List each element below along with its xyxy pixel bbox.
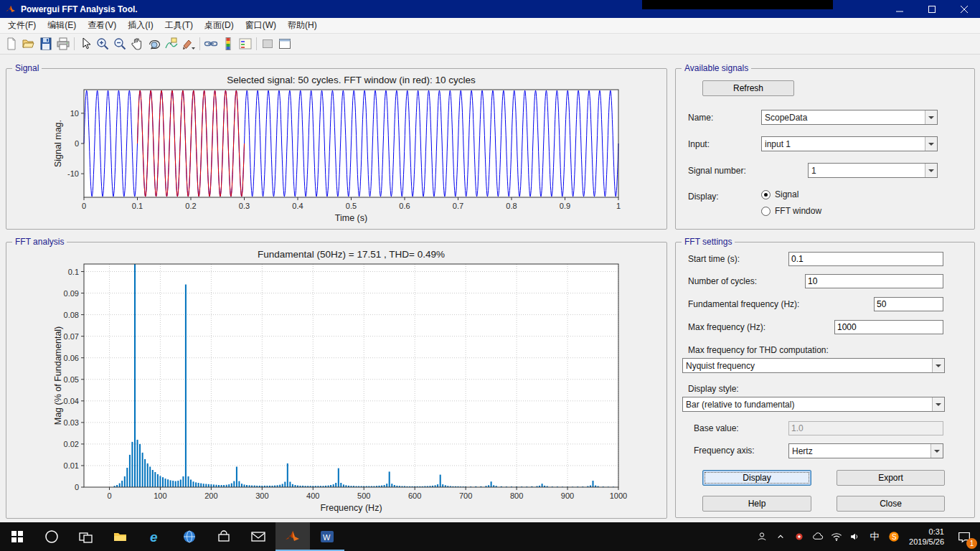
cloud-icon bbox=[811, 529, 825, 544]
svg-text:0.5: 0.5 bbox=[346, 202, 357, 210]
thd-max-frequency-label: Max frequency for THD computation: bbox=[688, 345, 829, 355]
radio-icon[interactable] bbox=[761, 190, 771, 199]
svg-text:0.01: 0.01 bbox=[64, 461, 79, 470]
input-dropdown[interactable]: input 1 bbox=[761, 136, 938, 151]
taskbar-start-button[interactable] bbox=[0, 522, 34, 551]
close-button-panel[interactable]: Close bbox=[837, 496, 945, 512]
menu-insert[interactable]: 插入(I) bbox=[122, 17, 159, 34]
browser-globe-icon bbox=[181, 528, 198, 545]
tray-sogou-button[interactable]: S bbox=[885, 522, 903, 551]
save-figure-button[interactable] bbox=[37, 35, 55, 52]
svg-text:0.2: 0.2 bbox=[185, 202, 196, 210]
taskbar-cortana-button[interactable] bbox=[34, 522, 69, 551]
open-file-button[interactable] bbox=[20, 35, 37, 52]
chevron-down-icon[interactable] bbox=[925, 137, 937, 151]
toolbar-separator bbox=[199, 37, 200, 50]
tray-network-button[interactable] bbox=[827, 522, 846, 551]
thd-max-frequency-dropdown[interactable]: Nyquist frequency bbox=[682, 358, 945, 373]
toolbar-separator bbox=[256, 37, 257, 50]
svg-text:0: 0 bbox=[75, 483, 79, 491]
frequency-axis-dropdown[interactable]: Hertz bbox=[788, 443, 943, 458]
minimize-button[interactable] bbox=[883, 0, 915, 18]
taskbar-edge-button[interactable]: e bbox=[138, 522, 172, 551]
start-time-input[interactable] bbox=[788, 252, 943, 266]
menu-view[interactable]: 查看(V) bbox=[82, 17, 122, 34]
menu-window[interactable]: 窗口(W) bbox=[240, 17, 282, 34]
data-cursor-button[interactable] bbox=[163, 35, 180, 52]
menu-edit[interactable]: 编辑(E) bbox=[42, 17, 82, 34]
pointer-button[interactable] bbox=[77, 35, 94, 52]
zoom-in-button[interactable] bbox=[94, 35, 111, 52]
tray-hidden-icons-button[interactable] bbox=[771, 522, 790, 551]
chevron-down-icon[interactable] bbox=[932, 359, 944, 372]
brush-button[interactable] bbox=[180, 35, 197, 52]
taskbar-word-button[interactable]: W bbox=[310, 522, 344, 551]
pan-icon bbox=[130, 37, 144, 51]
display-option-signal[interactable]: Signal bbox=[761, 189, 798, 199]
svg-text:0.05: 0.05 bbox=[64, 375, 79, 384]
svg-text:Mag (% of Fundamental): Mag (% of Fundamental) bbox=[53, 326, 63, 425]
ime-indicator[interactable]: 中 bbox=[864, 530, 885, 543]
svg-text:-10: -10 bbox=[67, 169, 79, 178]
taskbar-mail-button[interactable] bbox=[241, 522, 275, 551]
svg-text:500: 500 bbox=[357, 491, 370, 500]
insert-colorbar-button[interactable] bbox=[220, 35, 237, 52]
svg-text:Time (s): Time (s) bbox=[335, 213, 367, 223]
chevron-down-icon[interactable] bbox=[930, 444, 943, 458]
tray-volume-button[interactable] bbox=[846, 522, 864, 551]
display-option-fft-window[interactable]: FFT window bbox=[761, 206, 821, 216]
fundamental-frequency-input[interactable] bbox=[874, 297, 943, 311]
svg-text:Selected signal: 50 cycles. FF: Selected signal: 50 cycles. FFT window (… bbox=[227, 75, 476, 85]
taskbar-browser-globe-button[interactable] bbox=[172, 522, 207, 551]
number-of-cycles-input[interactable] bbox=[805, 274, 943, 288]
new-figure-button[interactable] bbox=[3, 35, 20, 52]
signal-number-dropdown[interactable]: 1 bbox=[808, 163, 938, 178]
export-button[interactable]: Export bbox=[837, 470, 945, 486]
display-style-dropdown[interactable]: Bar (relative to fundamental) bbox=[682, 397, 945, 412]
menu-file[interactable]: 文件(F) bbox=[2, 17, 42, 34]
menu-desktop[interactable]: 桌面(D) bbox=[199, 17, 240, 34]
maximize-button[interactable] bbox=[915, 0, 948, 18]
show-plot-tools-button[interactable] bbox=[276, 35, 293, 52]
start-time-label: Start time (s): bbox=[688, 254, 740, 264]
insert-legend-button[interactable] bbox=[237, 35, 254, 52]
chevron-down-icon[interactable] bbox=[925, 110, 937, 124]
svg-text:0: 0 bbox=[107, 491, 111, 500]
network-icon bbox=[829, 529, 844, 544]
word-icon: W bbox=[319, 528, 336, 545]
zoom-out-button[interactable] bbox=[111, 35, 128, 52]
zoom-in-icon bbox=[95, 37, 110, 51]
taskbar-matlab-button[interactable] bbox=[275, 522, 310, 551]
pan-button[interactable] bbox=[128, 35, 146, 52]
taskbar-store-button[interactable] bbox=[207, 522, 241, 551]
rotate-3d-button[interactable] bbox=[146, 35, 163, 52]
signal-chart[interactable]: 00.10.20.30.40.50.60.70.80.91-10010Selec… bbox=[6, 69, 666, 229]
tray-people-button[interactable] bbox=[753, 522, 771, 551]
display-button[interactable]: Display bbox=[702, 470, 811, 486]
print-figure-button[interactable] bbox=[55, 35, 72, 52]
svg-text:700: 700 bbox=[459, 491, 472, 500]
radio-icon[interactable] bbox=[761, 207, 771, 216]
chevron-down-icon[interactable] bbox=[925, 164, 937, 177]
taskbar-clock[interactable]: 0:31 2019/5/26 bbox=[903, 527, 950, 547]
chevron-down-icon[interactable] bbox=[932, 397, 944, 411]
tray-record-button[interactable] bbox=[790, 522, 809, 551]
svg-text:e: e bbox=[150, 529, 158, 545]
help-button[interactable]: Help bbox=[702, 496, 811, 512]
close-button[interactable] bbox=[948, 0, 980, 18]
tray-cloud-button[interactable] bbox=[809, 522, 827, 551]
svg-text:0: 0 bbox=[75, 139, 79, 148]
task-view-icon bbox=[77, 528, 95, 545]
hide-plot-tools-button[interactable] bbox=[259, 35, 276, 52]
max-frequency-input[interactable] bbox=[834, 320, 943, 334]
refresh-button[interactable]: Refresh bbox=[702, 80, 794, 96]
clock-date: 2019/5/26 bbox=[909, 537, 944, 547]
name-dropdown[interactable]: ScopeData bbox=[761, 110, 938, 125]
taskbar-task-view-button[interactable] bbox=[69, 522, 103, 551]
link-plots-button[interactable] bbox=[202, 35, 220, 52]
fft-spectrum-chart[interactable]: 0100200300400500600700800900100000.010.0… bbox=[6, 242, 666, 518]
action-center-button[interactable]: 1 bbox=[950, 522, 979, 551]
menu-tools[interactable]: 工具(T) bbox=[159, 17, 199, 34]
menu-help[interactable]: 帮助(H) bbox=[282, 17, 323, 34]
taskbar-file-explorer-button[interactable] bbox=[103, 522, 138, 551]
